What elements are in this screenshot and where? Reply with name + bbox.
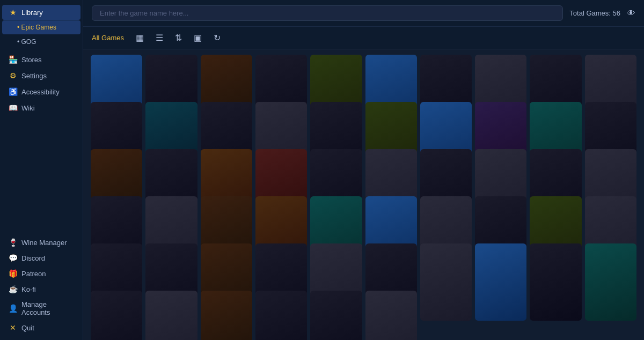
sidebar-wine-label: Wine Manager [21, 239, 67, 247]
eye-icon[interactable]: 👁 [627, 9, 635, 18]
game-tile[interactable] [585, 243, 636, 321]
game-tile[interactable] [310, 291, 362, 340]
game-tile[interactable] [475, 243, 526, 321]
sidebar-kofi-label: Ko-fi [21, 285, 36, 293]
game-tile[interactable] [420, 243, 472, 321]
main-content: Total Games: 56 👁 All Games ▦ ☰ ⇅ ▣ ↻ AB… [83, 0, 644, 340]
game-grid: ABZÛAlien IsolationAmnesia: A Machine fo… [83, 49, 644, 340]
search-input[interactable] [92, 5, 563, 21]
grid-view-icon[interactable]: ▦ [133, 31, 147, 45]
wine-icon: 🍷 [9, 238, 17, 247]
sidebar-accounts-label: Manage Accounts [21, 300, 74, 316]
stores-icon: 🏪 [9, 55, 17, 64]
game-tile[interactable] [91, 291, 142, 340]
sidebar-wiki-label: Wiki [21, 104, 35, 112]
sidebar-item-epic-games[interactable]: • Epic Games [2, 20, 80, 34]
game-tile[interactable] [530, 243, 581, 321]
settings-icon: ⚙ [9, 71, 17, 80]
sidebar-item-wiki[interactable]: 📖 Wiki [2, 100, 80, 115]
category-icon[interactable]: ▣ [191, 31, 205, 45]
sort-icon[interactable]: ⇅ [172, 31, 185, 45]
sidebar-patreon-label: Patreon [21, 270, 46, 278]
game-tile[interactable] [201, 291, 252, 340]
sidebar-stores-label: Stores [21, 56, 42, 64]
accounts-icon: 👤 [9, 304, 17, 313]
header: Total Games: 56 👁 [83, 0, 644, 27]
quit-icon: ✕ [9, 323, 17, 332]
sidebar-accessibility-label: Accessibility [21, 88, 60, 96]
wiki-icon: 📖 [9, 104, 17, 112]
all-games-label: All Games [92, 34, 124, 42]
game-tile[interactable] [255, 291, 307, 340]
game-tile[interactable] [365, 291, 417, 340]
sidebar-item-wine-manager[interactable]: 🍷 Wine Manager [2, 235, 80, 250]
sidebar-item-patreon[interactable]: 🎁 Patreon [2, 266, 80, 281]
sidebar-library-label: Library [21, 9, 43, 17]
sidebar-epic-label: • Epic Games [17, 24, 56, 31]
sidebar-item-stores[interactable]: 🏪 Stores [2, 52, 80, 67]
library-icon: ★ [9, 8, 17, 17]
sidebar-item-accessibility[interactable]: ♿ Accessibility [2, 84, 80, 99]
total-games-label: Total Games: 56 [569, 9, 620, 17]
sidebar-item-kofi[interactable]: ☕ Ko-fi [2, 282, 80, 297]
sidebar-settings-label: Settings [21, 72, 47, 80]
refresh-icon[interactable]: ↻ [210, 31, 224, 45]
game-tile[interactable] [145, 291, 197, 340]
sidebar-gog-label: • GOG [17, 38, 36, 46]
list-view-icon[interactable]: ☰ [152, 31, 166, 45]
accessibility-icon: ♿ [9, 87, 17, 96]
filter-bar: All Games ▦ ☰ ⇅ ▣ ↻ [83, 27, 644, 49]
kofi-icon: ☕ [9, 285, 17, 293]
sidebar-item-library[interactable]: ★ Library [2, 5, 80, 20]
sidebar-discord-label: Discord [21, 254, 45, 262]
sidebar-item-discord[interactable]: 💬 Discord [2, 250, 80, 265]
sidebar-item-manage-accounts[interactable]: 👤 Manage Accounts [2, 297, 80, 320]
sidebar-item-quit[interactable]: ✕ Quit [2, 320, 80, 335]
sidebar-item-gog[interactable]: • GOG [2, 35, 80, 49]
patreon-icon: 🎁 [9, 269, 17, 278]
sidebar-quit-label: Quit [21, 324, 34, 332]
sidebar: ★ Library • Epic Games • GOG 🏪 Stores ⚙ … [0, 0, 83, 340]
discord-icon: 💬 [9, 254, 17, 262]
sidebar-item-settings[interactable]: ⚙ Settings [2, 68, 80, 83]
